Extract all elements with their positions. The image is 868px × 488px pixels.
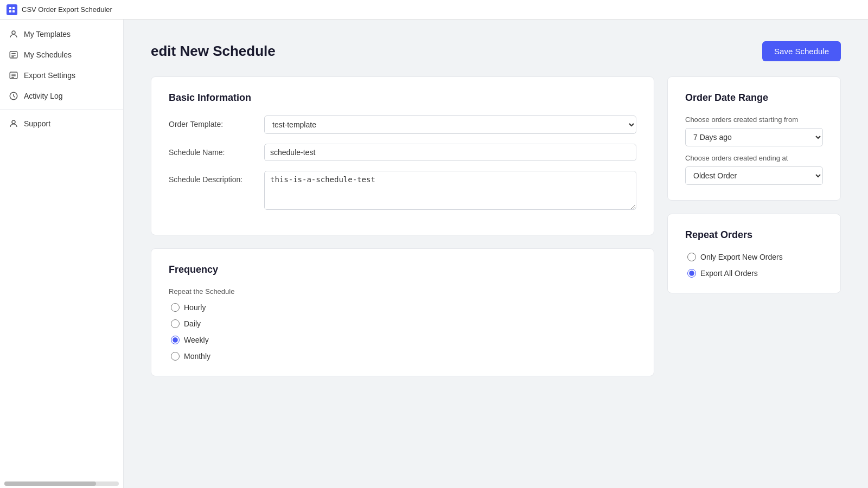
order-date-range-title: Order Date Range: [685, 92, 823, 104]
svg-rect-0: [9, 7, 11, 9]
person-icon: [9, 29, 18, 39]
sidebar-divider: [0, 110, 123, 110]
sidebar-label-activity-log: Activity Log: [24, 92, 63, 100]
order-template-select[interactable]: test-template template-1 template-2: [264, 115, 636, 134]
content-grid: Basic Information Order Template: test-t…: [151, 76, 841, 376]
frequency-hourly[interactable]: Hourly: [171, 303, 636, 312]
repeat-only-new[interactable]: Only Export New Orders: [687, 253, 823, 261]
topbar: CSV Order Export Scheduler: [0, 0, 868, 20]
repeat-all-orders-label: Export All Orders: [700, 269, 758, 278]
right-column: Order Date Range Choose orders created s…: [667, 76, 841, 293]
list-icon-2: [9, 70, 18, 80]
order-date-range-card: Order Date Range Choose orders created s…: [667, 76, 841, 201]
save-schedule-button[interactable]: Save Schedule: [762, 41, 841, 61]
sidebar-label-my-templates: My Templates: [24, 30, 71, 38]
basic-info-title: Basic Information: [169, 92, 636, 104]
frequency-radio-group: Hourly Daily Weekly Monthly: [169, 303, 636, 361]
schedule-name-label: Schedule Name:: [169, 144, 256, 157]
frequency-weekly-radio[interactable]: [171, 336, 180, 344]
app-icon: [7, 4, 17, 15]
sidebar-item-activity-log[interactable]: Activity Log: [0, 86, 123, 106]
sidebar-item-export-settings[interactable]: Export Settings: [0, 65, 123, 86]
page-title: edit New Schedule: [151, 43, 276, 60]
basic-info-card: Basic Information Order Template: test-t…: [151, 76, 654, 235]
svg-rect-1: [12, 7, 15, 9]
sidebar-label-support: Support: [24, 119, 50, 128]
page-header: edit New Schedule Save Schedule: [151, 41, 841, 61]
repeat-orders-radio-group: Only Export New Orders Export All Orders: [685, 253, 823, 278]
starting-from-select[interactable]: 7 Days ago 14 Days ago 30 Days ago 60 Da…: [685, 128, 823, 146]
frequency-daily-label: Daily: [184, 319, 201, 328]
person-icon-2: [9, 119, 18, 129]
svg-rect-2: [9, 10, 11, 12]
svg-point-16: [12, 120, 15, 124]
sidebar-item-support[interactable]: Support: [0, 113, 123, 134]
spacer: [685, 146, 823, 154]
starting-from-label: Choose orders created starting from: [685, 115, 823, 124]
frequency-monthly[interactable]: Monthly: [171, 352, 636, 361]
svg-point-4: [12, 31, 15, 34]
repeat-orders-title: Repeat Orders: [685, 229, 823, 241]
ending-at-select[interactable]: Oldest Order Newest Order Yesterday: [685, 166, 823, 185]
repeat-label: Repeat the Schedule: [169, 287, 636, 296]
repeat-only-new-radio[interactable]: [687, 253, 696, 261]
sidebar-item-my-templates[interactable]: My Templates: [0, 24, 123, 44]
frequency-hourly-label: Hourly: [184, 303, 206, 312]
main-content: edit New Schedule Save Schedule Basic In…: [124, 20, 868, 488]
sidebar-scrollbar-thumb: [4, 481, 96, 486]
app-title: CSV Order Export Scheduler: [22, 5, 112, 14]
repeat-all-orders-radio[interactable]: [687, 269, 696, 278]
sidebar-label-my-schedules: My Schedules: [24, 50, 72, 59]
repeat-only-new-label: Only Export New Orders: [700, 253, 783, 261]
frequency-title: Frequency: [169, 264, 636, 275]
schedule-name-row: Schedule Name:: [169, 144, 636, 161]
frequency-weekly-label: Weekly: [184, 336, 209, 344]
sidebar-nav: My Templates My Schedules: [0, 24, 123, 479]
order-template-label: Order Template:: [169, 115, 256, 129]
sidebar-item-my-schedules[interactable]: My Schedules: [0, 44, 123, 65]
sidebar: My Templates My Schedules: [0, 20, 124, 488]
sidebar-label-export-settings: Export Settings: [24, 71, 75, 80]
frequency-daily-radio[interactable]: [171, 319, 180, 328]
order-template-row: Order Template: test-template template-1…: [169, 115, 636, 134]
frequency-monthly-radio[interactable]: [171, 352, 180, 361]
schedule-name-input[interactable]: [264, 144, 636, 161]
frequency-card: Frequency Repeat the Schedule Hourly Dai…: [151, 248, 654, 376]
frequency-weekly[interactable]: Weekly: [171, 336, 636, 344]
left-column: Basic Information Order Template: test-t…: [151, 76, 654, 376]
activity-icon: [9, 91, 18, 101]
frequency-monthly-label: Monthly: [184, 352, 210, 361]
frequency-hourly-radio[interactable]: [171, 303, 180, 312]
repeat-orders-card: Repeat Orders Only Export New Orders Exp…: [667, 214, 841, 293]
repeat-all-orders[interactable]: Export All Orders: [687, 269, 823, 278]
sidebar-scrollbar[interactable]: [4, 481, 119, 486]
schedule-description-row: Schedule Description: this-is-a-schedule…: [169, 171, 636, 210]
svg-line-15: [14, 96, 15, 97]
schedule-description-label: Schedule Description:: [169, 171, 256, 184]
list-icon: [9, 50, 18, 60]
schedule-description-textarea[interactable]: this-is-a-schedule-test: [264, 171, 636, 210]
frequency-daily[interactable]: Daily: [171, 319, 636, 328]
ending-at-label: Choose orders created ending at: [685, 154, 823, 162]
svg-rect-3: [12, 10, 15, 12]
